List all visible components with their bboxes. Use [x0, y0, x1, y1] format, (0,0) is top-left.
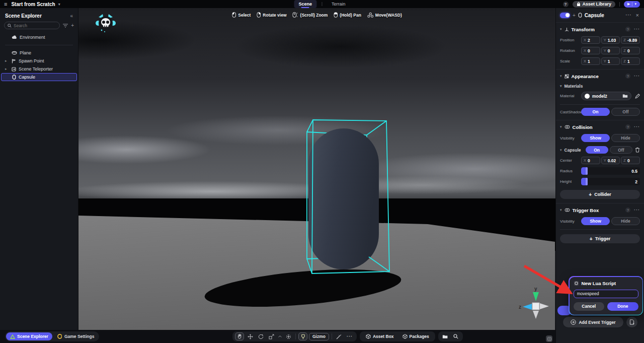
done-button[interactable]: Done: [607, 302, 638, 311]
asset-library-button[interactable]: Asset Library: [573, 1, 616, 8]
close-icon[interactable]: ×: [636, 12, 639, 18]
script-name-input[interactable]: [574, 290, 638, 298]
new-script-button[interactable]: [626, 317, 637, 327]
position-z-field[interactable]: Z-9.89: [621, 36, 640, 44]
collapse-panel-icon[interactable]: «: [70, 13, 73, 19]
rotation-x-field[interactable]: X0: [581, 47, 600, 54]
add-object-button[interactable]: +: [71, 23, 74, 28]
scale-x-field[interactable]: X1: [581, 57, 600, 65]
rotation-row: Rotation X0 Y0 Z0: [560, 47, 640, 54]
scale-tool-chevron[interactable]: [277, 332, 282, 340]
caret-right-icon[interactable]: ▸: [5, 59, 9, 63]
more-options-icon[interactable]: ···: [634, 124, 640, 129]
project-menu[interactable]: Start from Scratch: [11, 2, 55, 7]
rotation-y-field[interactable]: Y0: [601, 47, 620, 54]
info-icon[interactable]: ?: [625, 74, 630, 79]
move-tool[interactable]: [246, 332, 255, 340]
cast-shadow-off-button[interactable]: Off: [611, 108, 640, 116]
hamburger-menu-icon[interactable]: ≡: [4, 1, 7, 7]
appearance-section: ▾ Appearance ? ··· ▾ Materials Material …: [556, 69, 644, 120]
divider: [632, 2, 632, 6]
sidebar-item-capsule[interactable]: Capsule: [1, 73, 77, 81]
toolbar-more-options[interactable]: ···: [345, 332, 354, 340]
add-collider-button[interactable]: + Collider: [560, 190, 640, 199]
light-tool[interactable]: [298, 332, 307, 340]
chevron-down-icon[interactable]: ▾: [560, 74, 562, 78]
collision-show-button[interactable]: Show: [581, 134, 610, 142]
center-y-field[interactable]: Y0.02: [601, 157, 620, 164]
radius-slider[interactable]: 0.5: [581, 167, 640, 175]
rotate-tool[interactable]: [256, 332, 265, 340]
game-settings-button[interactable]: Game Settings: [53, 332, 99, 340]
sidebar-item-spawn-point[interactable]: ▸ Spawn Point: [1, 57, 77, 65]
gizmo-toggle-button[interactable]: Gizmo: [309, 333, 329, 340]
trigger-box-section: ▾ Trigger Box ? ··· Visibility Show Hide…: [556, 203, 644, 247]
scene-explorer-toggle-button[interactable]: Scene Explorer: [6, 332, 52, 340]
search-icon[interactable]: [451, 332, 460, 340]
3d-viewport[interactable]: Select Rotate view (Scroll) Zoom (Hold) …: [78, 8, 555, 330]
delete-collider-icon[interactable]: [635, 147, 640, 153]
more-options-icon[interactable]: ···: [634, 74, 640, 79]
trigger-show-button[interactable]: Show: [581, 217, 610, 225]
edit-material-icon[interactable]: [635, 94, 640, 99]
info-icon[interactable]: ?: [625, 124, 630, 129]
more-options-icon[interactable]: ···: [634, 208, 640, 213]
position-y-field[interactable]: Y1.03: [601, 36, 620, 44]
chevron-down-icon[interactable]: ▾: [634, 2, 636, 6]
collider-off-button[interactable]: Off: [610, 146, 632, 154]
chevron-down-icon[interactable]: ▾: [560, 27, 562, 31]
more-options-icon[interactable]: ···: [634, 27, 640, 32]
sidebar-item-plane[interactable]: Plane: [1, 49, 77, 57]
tab-scene[interactable]: Scene: [294, 0, 316, 8]
axis-y-cone[interactable]: [533, 292, 539, 301]
axis-orientation-gizmo[interactable]: y z: [518, 285, 553, 321]
object-enabled-toggle[interactable]: [560, 13, 570, 18]
chevron-down-icon[interactable]: ▾: [560, 208, 562, 212]
chevron-down-icon[interactable]: ▾: [560, 125, 562, 129]
sidebar-item-environment[interactable]: Environment: [1, 33, 77, 41]
filter-icon[interactable]: [63, 24, 68, 28]
cast-shadow-on-button[interactable]: On: [581, 108, 610, 116]
asset-box-button[interactable]: Asset Box: [362, 331, 397, 341]
chevron-down-icon[interactable]: ▾: [560, 84, 562, 88]
scale-y-field[interactable]: Y1: [601, 57, 620, 65]
rotation-z-field[interactable]: Z0: [621, 47, 640, 54]
play-button[interactable]: ▶ ▾: [624, 1, 640, 8]
scale-z-field[interactable]: Z1: [621, 57, 640, 65]
magic-wand-tool[interactable]: [335, 332, 344, 340]
trigger-hide-button[interactable]: Hide: [611, 217, 640, 225]
center-z-field[interactable]: Z0: [621, 157, 640, 164]
cancel-button[interactable]: Cancel: [574, 302, 605, 311]
pivot-tool[interactable]: [284, 332, 293, 340]
axis-neg-y-cone[interactable]: [533, 311, 539, 319]
position-x-field[interactable]: X2: [581, 36, 600, 44]
caret-right-icon[interactable]: ▸: [5, 67, 9, 71]
axis-x-cone[interactable]: [540, 303, 549, 309]
sidebar-item-scene-teleporter[interactable]: ▸ Scene Teleporter: [1, 65, 77, 73]
folder-icon[interactable]: [622, 94, 628, 98]
folder-icon[interactable]: [441, 332, 450, 340]
height-slider[interactable]: 2: [581, 178, 640, 185]
material-picker[interactable]: model2: [581, 92, 631, 100]
help-icon[interactable]: ?: [563, 2, 569, 7]
collider-on-button[interactable]: On: [586, 146, 608, 154]
chevron-down-icon[interactable]: ▾: [560, 148, 562, 152]
axis-center-cube[interactable]: [532, 303, 539, 310]
add-event-trigger-button[interactable]: Add Event Trigger: [563, 317, 623, 327]
capsule-object[interactable]: [308, 128, 379, 269]
more-options-icon[interactable]: ···: [626, 13, 632, 18]
sidebar-item-label: Plane: [20, 50, 31, 55]
pan-hand-tool[interactable]: [235, 332, 244, 340]
grid-snap-icon[interactable]: [546, 335, 552, 342]
scale-tool[interactable]: [267, 332, 276, 340]
tab-terrain[interactable]: Terrain: [327, 0, 350, 8]
info-icon[interactable]: ?: [625, 208, 630, 213]
collision-hide-button[interactable]: Hide: [611, 134, 640, 142]
axis-z-cone[interactable]: [523, 304, 532, 310]
center-x-field[interactable]: X0: [581, 157, 600, 164]
info-icon[interactable]: ?: [625, 27, 630, 32]
packages-button[interactable]: Packages: [399, 331, 433, 341]
add-trigger-button[interactable]: + Trigger: [560, 234, 640, 243]
add-component-button[interactable]: +: [573, 13, 576, 18]
search-input[interactable]: [14, 23, 56, 28]
